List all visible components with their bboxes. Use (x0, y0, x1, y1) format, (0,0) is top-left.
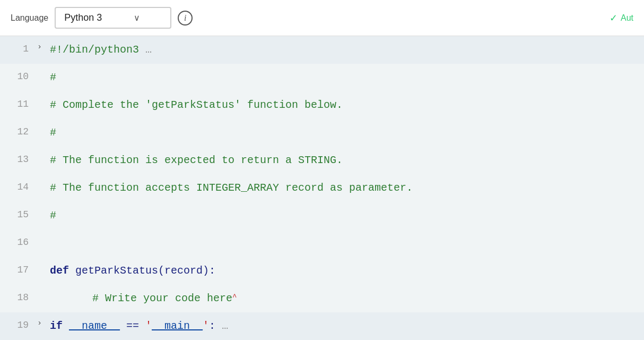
line-number-10: 10 (0, 64, 37, 83)
line-arrow-17 (37, 257, 50, 273)
line-arrow-16 (37, 230, 50, 245)
line-content-11[interactable]: # Complete the 'getParkStatus' function … (50, 91, 644, 119)
language-label: Language (11, 13, 48, 23)
code-line-19: 19 › if __name__ == '__main__': … (0, 312, 644, 340)
line-arrow-13 (37, 147, 50, 162)
line-content-10[interactable]: # (50, 64, 644, 91)
line-arrow-14 (37, 174, 50, 190)
code-line-10: 10 # (0, 64, 644, 91)
info-icon[interactable]: i (178, 11, 193, 26)
line-number-14: 14 (0, 174, 37, 194)
auto-save-indicator: ✓ Aut (610, 12, 633, 24)
line-number-16: 16 (0, 230, 37, 249)
language-select[interactable]: Python 3 ∨ (55, 7, 171, 29)
line-content-14[interactable]: # The function accepts INTEGER_ARRAY rec… (50, 174, 644, 202)
fold-arrow-19[interactable]: › (37, 312, 50, 328)
editor-container: 1 › #!/bin/python3 … 10 # 11 # Complete … (0, 36, 644, 340)
line-arrow-18 (37, 285, 50, 300)
line-arrow-15 (37, 202, 50, 217)
line-content-15[interactable]: # (50, 202, 644, 230)
line-content-13[interactable]: # The function is expected to return a S… (50, 147, 644, 174)
language-value: Python 3 (64, 12, 102, 23)
line-content-16[interactable] (50, 230, 644, 257)
auto-save-label: Aut (621, 13, 633, 23)
top-bar: Language Python 3 ∨ i ✓ Aut (0, 0, 644, 36)
code-line-11: 11 # Complete the 'getParkStatus' functi… (0, 91, 644, 119)
code-area[interactable]: 1 › #!/bin/python3 … 10 # 11 # Complete … (0, 36, 644, 340)
line-arrow-11 (37, 91, 50, 107)
line-content-19[interactable]: if __name__ == '__main__': … (50, 312, 644, 340)
line-number-19: 19 (0, 312, 37, 332)
line-number-17: 17 (0, 257, 37, 277)
code-line-18: 18 # Write your code here^ (0, 285, 644, 312)
line-arrow-10 (37, 64, 50, 79)
line-content-18[interactable]: # Write your code here^ (50, 285, 644, 312)
code-line-1: 1 › #!/bin/python3 … (0, 36, 644, 64)
checkmark-icon: ✓ (610, 12, 617, 24)
line-content-17[interactable]: def getParkStatus(record): (50, 257, 644, 285)
line-number-18: 18 (0, 285, 37, 304)
line-number-1: 1 (0, 36, 37, 56)
line-arrow-12 (37, 119, 50, 134)
line-content-1[interactable]: #!/bin/python3 … (50, 36, 644, 64)
chevron-down-icon: ∨ (134, 13, 140, 23)
line-content-12[interactable]: # (50, 119, 644, 147)
code-line-13: 13 # The function is expected to return … (0, 147, 644, 174)
code-line-14: 14 # The function accepts INTEGER_ARRAY … (0, 174, 644, 202)
code-line-12: 12 # (0, 119, 644, 147)
code-line-17: 17 def getParkStatus(record): (0, 257, 644, 285)
line-number-15: 15 (0, 202, 37, 222)
code-line-15: 15 # (0, 202, 644, 230)
line-number-12: 12 (0, 119, 37, 139)
line-number-13: 13 (0, 147, 37, 166)
code-line-16: 16 (0, 230, 644, 257)
line-number-11: 11 (0, 91, 37, 111)
fold-arrow-1[interactable]: › (37, 36, 50, 52)
